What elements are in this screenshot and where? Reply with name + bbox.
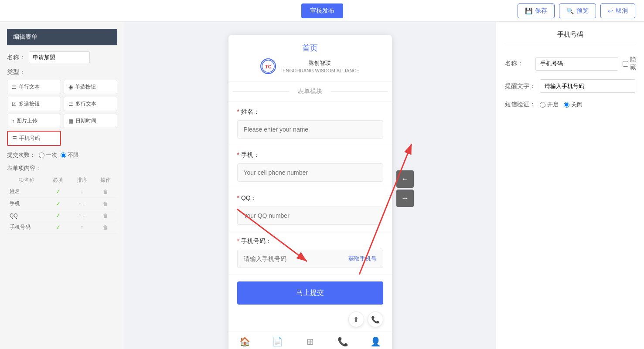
name-field-input[interactable] [237,120,383,139]
nav-service[interactable]: 📄 服务 [261,336,294,349]
hide-checkbox[interactable] [623,61,628,67]
datetime-icon: ▦ [68,118,73,124]
row-required: ✓ [46,221,70,234]
float-forward-btn[interactable]: → [396,190,414,207]
sms-on-radio[interactable] [540,102,545,108]
panel-hint-input[interactable] [540,79,635,93]
form-items-label: 表单项内容： [7,164,117,172]
cancel-label: 取消 [616,7,628,15]
hide-checkbox-label[interactable]: 隐藏 [623,56,636,71]
panel-name-label: 名称： [505,60,531,68]
row-order: ↑ ↓ [70,210,94,221]
panel-hint-row: 提醒文字： [505,79,635,93]
name-input[interactable] [29,51,90,63]
row-delete: 🗑 [94,198,117,210]
phone-icon: ☰ [12,136,17,142]
down-arrow-icon[interactable]: ↓ [81,189,83,195]
type-single-text[interactable]: ☰ 单行文本 [7,80,61,94]
delete-icon[interactable]: 🗑 [103,189,108,195]
submit-once-option[interactable]: 一次 [39,151,57,159]
row-order: ↓ [70,186,94,198]
up-arrow-icon[interactable]: ↑ [81,224,83,230]
submit-unlimited-radio[interactable] [61,152,66,158]
mobile-field-input[interactable] [238,250,342,268]
sms-off-option[interactable]: 关闭 [564,101,583,108]
side-actions: ⬆ 📞 [228,312,392,332]
cases-icon: ⊞ [307,336,314,347]
topbar-right: 💾 保存 🔍 预览 ↩ 取消 [518,3,635,18]
multi-text-icon: ☰ [68,101,73,107]
checkbox-icon: ☑ [12,101,17,107]
field-mobile: *手机号码： 获取手机号 [228,231,392,274]
single-text-icon: ☰ [12,84,17,90]
delete-icon[interactable]: 🗑 [103,201,108,207]
row-name: 姓名 [7,186,46,198]
field-phone: *手机： [228,145,392,188]
row-required: ✓ [46,210,70,221]
sms-off-label: 关闭 [571,101,583,108]
panel-hint-label: 提醒文字： [505,82,535,90]
mine-icon: 👤 [370,336,381,347]
logo-text: 腾创智联TENGCHUANG WISDOM ALLIANCE [279,59,359,74]
delete-icon[interactable]: 🗑 [103,213,108,219]
sms-off-radio[interactable] [564,102,569,108]
check-icon: ✓ [56,224,61,230]
panel-name-input[interactable] [535,57,618,71]
sms-radio-group: 开启 关闭 [540,101,583,108]
preview-wrapper: 首页 TC 腾创智联TENGCHUANG WISDOM ALLIANCE 表单 [228,35,392,336]
phone-button[interactable]: 📞 [368,312,383,327]
nav-cases[interactable]: ⊞ 案例 [294,336,327,349]
type-phone[interactable]: ☰ 手机号码 [7,131,61,146]
up-arrow-icon[interactable]: ↑ [78,201,81,207]
preview-nav: 🏠 首页 📄 服务 ⊞ 案例 📞 关于我们 [228,332,392,349]
get-code-btn[interactable]: 获取手机号 [342,255,383,263]
up-arrow-icon[interactable]: ↑ [78,213,81,219]
type-checkbox[interactable]: ☑ 多选按钮 [7,97,61,111]
share-button[interactable]: ⬆ [348,312,364,327]
col-name: 项名称 [7,175,46,186]
type-datetime[interactable]: ▦ 日期时间 [64,114,118,128]
nav-about[interactable]: 📞 关于我们 [327,336,359,349]
submit-unlimited-option[interactable]: 不限 [61,151,79,159]
down-arrow-icon[interactable]: ↓ [82,201,85,207]
share-icon: ⬆ [353,315,359,324]
submit-count-row: 提交次数： 一次 不限 [7,151,117,159]
table-row: 手机 ✓ ↑ ↓ 🗑 [7,198,117,210]
sms-on-label: 开启 [547,101,559,108]
service-icon: 📄 [272,336,283,347]
row-delete: 🗑 [94,221,117,234]
save-icon: 💾 [525,7,532,14]
row-order: ↑ [70,221,94,234]
preview-button[interactable]: 🔍 预览 [559,3,596,18]
panel-name-row: 名称： 隐藏 [505,56,635,71]
float-back-btn[interactable]: ← [396,170,414,188]
type-image-upload[interactable]: ↑ 图片上传 [7,114,61,128]
multi-text-label: 多行文本 [75,100,96,108]
row-delete: 🗑 [94,186,117,198]
radio-icon: ◉ [68,84,73,90]
submit-label: 马上提交 [296,289,324,296]
sms-on-option[interactable]: 开启 [540,101,559,108]
col-order: 排序 [70,175,94,186]
type-radio[interactable]: ◉ 单选按钮 [64,80,118,94]
check-icon: ✓ [56,188,61,195]
delete-icon[interactable]: 🗑 [103,224,108,230]
phone-field-input[interactable] [237,163,383,182]
row-name: 手机 [7,198,46,210]
nav-mine[interactable]: 👤 我的 [359,336,392,349]
field-phone-label: *手机： [237,151,383,159]
save-button[interactable]: 💾 保存 [518,3,555,18]
down-arrow-icon[interactable]: ↓ [82,213,85,219]
type-multi-text[interactable]: ☰ 多行文本 [64,97,118,111]
qq-field-input[interactable] [237,207,383,225]
cancel-button[interactable]: ↩ 取消 [600,3,635,18]
field-name-label: *姓名： [237,108,383,116]
publish-button[interactable]: 审核发布 [301,3,343,18]
home-icon: 🏠 [239,336,250,347]
col-action: 操作 [94,175,117,186]
submit-button-preview[interactable]: 马上提交 [237,281,383,305]
submit-once-radio[interactable] [39,152,44,158]
nav-home[interactable]: 🏠 首页 [228,336,261,349]
row-name: 手机号码 [7,221,46,234]
row-delete: 🗑 [94,210,117,221]
